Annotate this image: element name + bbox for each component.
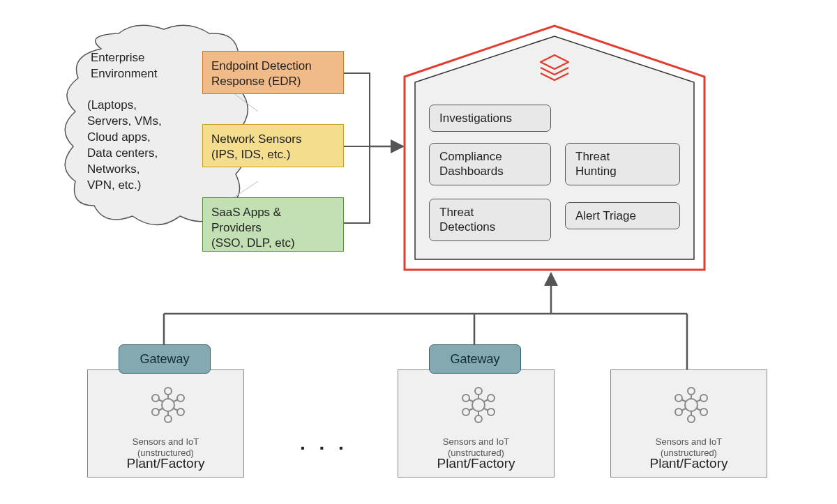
svg-point-25 <box>462 408 469 415</box>
svg-point-10 <box>165 415 172 422</box>
lakehouse-investigations: Investigations <box>429 105 551 132</box>
svg-point-12 <box>152 408 159 415</box>
lakehouse-triage: Alert Triage <box>565 202 680 229</box>
svg-line-15 <box>158 399 163 402</box>
databricks-icon <box>537 52 572 87</box>
svg-line-41 <box>681 399 686 402</box>
plant-2: Sensors and IoT(unstructured) Plant/Fact… <box>398 369 555 478</box>
svg-point-36 <box>688 415 695 422</box>
plant-3-sensors-label: Sensors and IoT(unstructured) <box>611 436 767 458</box>
plant-2-title: Plant/Factory <box>398 456 554 471</box>
svg-point-19 <box>488 395 495 402</box>
iot-mesh-icon <box>458 384 499 426</box>
svg-line-7 <box>174 399 178 402</box>
svg-point-3 <box>162 399 174 411</box>
lakehouse-compliance: ComplianceDashboards <box>429 143 551 185</box>
svg-line-33 <box>697 399 701 402</box>
svg-line-26 <box>469 408 473 411</box>
svg-point-6 <box>177 395 184 402</box>
cloud-subtitle: (Laptops,Servers, VMs,Cloud apps,Data ce… <box>87 98 209 194</box>
svg-point-34 <box>700 408 707 415</box>
source-network-sensors: Network Sensors(IPS, IDS, etc.) <box>202 124 344 167</box>
svg-point-4 <box>165 388 172 395</box>
cloud-title: EnterpriseEnvironment <box>91 50 209 82</box>
svg-point-40 <box>675 395 682 402</box>
svg-marker-2 <box>541 55 568 69</box>
svg-point-38 <box>675 408 682 415</box>
gateway-2: Gateway <box>429 344 521 374</box>
ellipsis: . . . <box>300 432 348 455</box>
iot-mesh-icon <box>147 384 189 426</box>
svg-point-30 <box>688 388 695 395</box>
plant-3-title: Plant/Factory <box>611 456 767 471</box>
svg-line-9 <box>174 408 178 411</box>
plant-2-sensors-label: Sensors and IoT(unstructured) <box>398 436 554 458</box>
source-saas: SaaS Apps &Providers(SSO, DLP, etc) <box>202 197 344 252</box>
svg-point-14 <box>152 395 159 402</box>
gateway-1: Gateway <box>119 344 211 374</box>
svg-point-23 <box>475 415 482 422</box>
svg-line-35 <box>697 408 701 411</box>
plant-1-sensors-label: Sensors and IoT(unstructured) <box>88 436 243 458</box>
svg-line-13 <box>158 408 163 411</box>
svg-point-8 <box>177 408 184 415</box>
svg-line-20 <box>484 399 488 402</box>
svg-point-17 <box>475 388 482 395</box>
plant-1-title: Plant/Factory <box>88 456 243 471</box>
svg-point-21 <box>488 408 495 415</box>
lakehouse-hunting: ThreatHunting <box>565 143 680 185</box>
svg-line-22 <box>484 408 488 411</box>
svg-point-27 <box>462 395 469 402</box>
svg-point-29 <box>685 399 698 411</box>
diagram-canvas: EnterpriseEnvironment (Laptops,Servers, … <box>0 0 837 504</box>
svg-point-16 <box>472 399 485 411</box>
plant-3: Sensors and IoT(unstructured) Plant/Fact… <box>610 369 767 478</box>
source-edr: Endpoint DetectionResponse (EDR) <box>202 51 344 94</box>
lakehouse-detections: ThreatDetections <box>429 199 551 241</box>
plant-1: Sensors and IoT(unstructured) Plant/Fact… <box>87 369 244 478</box>
iot-mesh-icon <box>670 384 712 426</box>
svg-point-32 <box>700 395 707 402</box>
svg-line-28 <box>469 399 473 402</box>
svg-line-39 <box>681 408 686 411</box>
